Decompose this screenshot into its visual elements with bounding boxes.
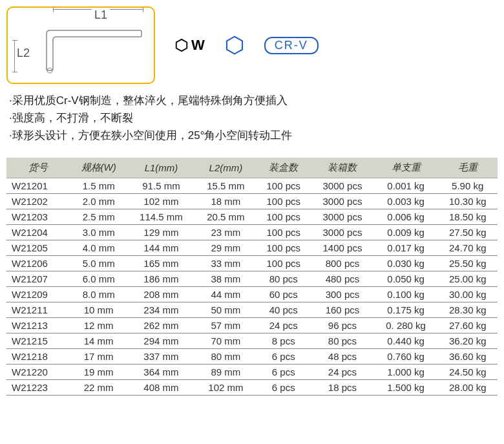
hexagon-blue-icon [224,35,245,56]
table-cell: 102 mm [196,379,257,395]
table-cell: 23 mm [196,224,257,240]
table-body: W212011.5 mm91.5 mm15.5 mm100 pcs3000 pc… [6,178,498,395]
table-cell: 294 mm [127,333,195,348]
desc-line-3: ·球形头设计，方便在狭小空间使用，25°角小空间转动工件 [9,127,498,144]
table-cell: 100 pcs [256,193,311,209]
table-cell: W21205 [6,240,70,255]
table-cell: 20.5 mm [196,209,257,224]
table-row: W212098.0 mm208 mm44 mm60 pcs300 pcs0.10… [6,286,498,302]
table-cell: 0.100 kg [374,286,438,302]
table-cell: W21220 [6,364,70,379]
table-cell: W21203 [6,209,70,224]
svg-marker-1 [176,39,187,51]
table-row: W212043.0 mm129 mm23 mm100 pcs3000 pcs0.… [6,224,498,240]
table-cell: 262 mm [127,317,195,333]
table-cell: 0.017 kg [374,240,438,255]
table-cell: 44 mm [196,286,257,302]
table-cell: 3000 pcs [311,178,374,193]
hex-w-group: W [174,37,205,54]
desc-line-2: ·强度高，不打滑，不断裂 [9,109,498,127]
table-header-cell: 毛重 [437,158,498,178]
table-cell: 408 mm [127,379,195,395]
table-cell: 5.90 kg [437,178,498,193]
table-cell: 1400 pcs [311,240,374,255]
table-cell: 0.009 kg [374,224,438,240]
table-cell: 1.5 mm [70,178,127,193]
table-cell: 10 mm [70,302,127,317]
table-cell: 3000 pcs [311,193,374,209]
table-cell: 10.30 kg [437,193,498,209]
table-cell: 8 pcs [256,333,311,348]
table-row: W212065.0 mm165 mm33 mm100 pcs800 pcs0.0… [6,255,498,271]
hexagon-black-icon [174,38,189,52]
table-header-cell: 装盒数 [256,158,311,178]
table-cell: 18.50 kg [437,209,498,224]
table-cell: 12 mm [70,317,127,333]
table-cell: 19 mm [70,364,127,379]
table-cell: 0.760 kg [374,348,438,364]
diagram-row: L1 L2 W CR-V [6,6,498,84]
table-cell: 0.001 kg [374,178,438,193]
table-row: W212011.5 mm91.5 mm15.5 mm100 pcs3000 pc… [6,178,498,193]
table-cell: 144 mm [127,240,195,255]
table-cell: W21209 [6,286,70,302]
table-cell: 29 mm [196,240,257,255]
table-cell: 2.0 mm [70,193,127,209]
wrench-diagram: L1 L2 [6,6,155,84]
table-cell: 48 pcs [311,348,374,364]
table-cell: 100 pcs [256,209,311,224]
table-row: W2122019 mm364 mm89 mm6 pcs24 pcs1.000 k… [6,364,498,379]
table-cell: 114.5 mm [127,209,195,224]
table-header-cell: L2(mm) [196,158,257,178]
table-cell: 364 mm [127,364,195,379]
table-cell: 27.60 kg [437,317,498,333]
table-cell: 0.030 kg [374,255,438,271]
table-row: W212022.0 mm102 mm18 mm100 pcs3000 pcs0.… [6,193,498,209]
table-header-cell: 货号 [6,158,70,178]
desc-line-1: ·采用优质Cr-V钢制造，整体淬火，尾端特殊倒角方便插入 [9,92,498,109]
table-row: W212032.5 mm114.5 mm20.5 mm100 pcs3000 p… [6,209,498,224]
table-cell: 337 mm [127,348,195,364]
l2-label: L2 [17,47,30,60]
table-cell: 24.50 kg [437,364,498,379]
table-cell: 25.00 kg [437,271,498,286]
table-cell: W21201 [6,178,70,193]
table-cell: 28.30 kg [437,302,498,317]
table-row: W212076.0 mm186 mm38 mm80 pcs480 pcs0.05… [6,271,498,286]
svg-marker-2 [227,37,242,54]
product-description: ·采用优质Cr-V钢制造，整体淬火，尾端特殊倒角方便插入 ·强度高，不打滑，不断… [6,92,498,145]
table-cell: 100 pcs [256,224,311,240]
table-cell: 36.20 kg [437,333,498,348]
table-cell: W21218 [6,348,70,364]
table-header: 货号规格(W)L1(mm)L2(mm)装盒数装箱数单支重毛重 [6,158,498,178]
table-cell: 0.440 kg [374,333,438,348]
table-cell: 91.5 mm [127,178,195,193]
table-cell: 2.5 mm [70,209,127,224]
table-cell: 3.0 mm [70,224,127,240]
table-cell: 18 pcs [311,379,374,395]
table-cell: W21206 [6,255,70,271]
table-cell: 208 mm [127,286,195,302]
table-cell: 60 pcs [256,286,311,302]
table-cell: 160 pcs [311,302,374,317]
table-cell: 800 pcs [311,255,374,271]
table-cell: 0.006 kg [374,209,438,224]
table-cell: 100 pcs [256,178,311,193]
table-cell: 300 pcs [311,286,374,302]
table-cell: 33 mm [196,255,257,271]
table-cell: 0. 280 kg [374,317,438,333]
table-cell: W21223 [6,379,70,395]
l1-label: L1 [92,8,110,22]
table-cell: 80 mm [196,348,257,364]
spec-table: 货号规格(W)L1(mm)L2(mm)装盒数装箱数单支重毛重 W212011.5… [6,158,498,396]
table-cell: W21213 [6,317,70,333]
table-cell: 100 pcs [256,255,311,271]
table-cell: 8.0 mm [70,286,127,302]
table-cell: 6 pcs [256,364,311,379]
table-cell: 70 mm [196,333,257,348]
table-cell: W21207 [6,271,70,286]
table-cell: 27.50 kg [437,224,498,240]
table-cell: 0.050 kg [374,271,438,286]
dimension-l1: L1 [53,9,143,22]
table-cell: W21215 [6,333,70,348]
